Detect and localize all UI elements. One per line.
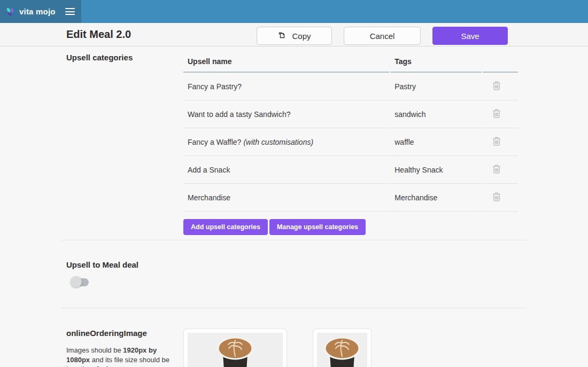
coffee-cup-image [188,333,283,367]
page-title: Edit Meal 2.0 [66,23,131,46]
upsell-name-note: (with customisations) [243,138,313,146]
upsell-name: Fancy a Waffle? [188,138,241,146]
edit-meal-screen: vita mojo Edit Meal 2.0 Copy Cancel Save [0,0,588,367]
hamburger-menu-icon[interactable] [65,8,75,15]
save-button-label: Save [461,32,479,41]
upsell-tag: Pastry [390,73,482,100]
upsell-name: Merchandise [188,193,230,202]
column-header-upsell-name: Upsell name [183,51,389,73]
upsell-table: Upsell name Tags Fancy a Pastry? Pastry [182,51,519,212]
upsell-actions: Add upsell categories Manage upsell cate… [183,219,366,235]
upsell-row: Fancy a Pastry? Pastry [183,73,518,100]
upsell-tag: waffle [390,128,482,156]
toggle-thumb [71,276,82,287]
trash-icon[interactable] [492,164,501,174]
meal-deal-toggle[interactable] [71,276,90,288]
trash-icon[interactable] [492,192,501,202]
trash-icon[interactable] [492,136,501,146]
trash-icon[interactable] [492,108,501,119]
coffee-cup-image [317,333,367,367]
upsell-tag: sandwich [390,100,482,128]
upsell-name: Fancy a Pastry? [188,82,242,91]
online-ordering-image-label: onlineOrderingImage [66,329,147,338]
trash-icon[interactable] [492,81,501,91]
upsell-name: Add a Snack [188,166,230,174]
cancel-button[interactable]: Cancel [344,27,421,45]
meal-image-tile[interactable] [313,329,372,367]
upsell-row: Fancy a Waffle?(with customisations) waf… [183,128,518,156]
manage-upsell-categories-button[interactable]: Manage upsell categories [269,219,366,235]
upsell-row: Merchandise Merchandise [183,184,518,212]
upsell-row: Want to add a tasty Sandwich? sandwich [183,100,518,128]
column-header-actions [483,51,518,73]
meal-image-tile[interactable] [183,329,287,367]
column-header-tags: Tags [390,51,482,73]
upsell-meal-deal-label: Upsell to Meal deal [66,260,138,269]
vita-mojo-logo-icon [5,6,16,17]
save-button[interactable]: Save [432,27,508,45]
upsell-tag: Merchandise [390,184,482,212]
top-nav-bar: vita mojo [0,0,588,23]
copy-button-label: Copy [292,32,311,41]
page-header: Edit Meal 2.0 Copy Cancel Save [0,23,588,46]
section-divider [61,308,527,308]
upsell-row: Add a Snack Healthy Snack [183,156,518,184]
upsell-name: Want to add a tasty Sandwich? [188,110,290,119]
image-size-hint: Images should be 1920px by 1080px and it… [66,346,177,367]
copy-button[interactable]: Copy [257,27,332,45]
copy-icon [277,32,287,41]
upsell-tag: Healthy Snack [390,156,482,184]
add-upsell-categories-button[interactable]: Add upsell categories [183,219,268,235]
brand-block: vita mojo [0,0,81,23]
brand-name: vita mojo [19,7,56,16]
upsell-categories-label: Upsell categories [66,53,133,62]
upsell-table-header: Upsell name Tags [183,51,518,73]
vita-mojo-logo: vita mojo [5,6,56,17]
cancel-button-label: Cancel [370,32,395,41]
section-divider [61,240,527,240]
